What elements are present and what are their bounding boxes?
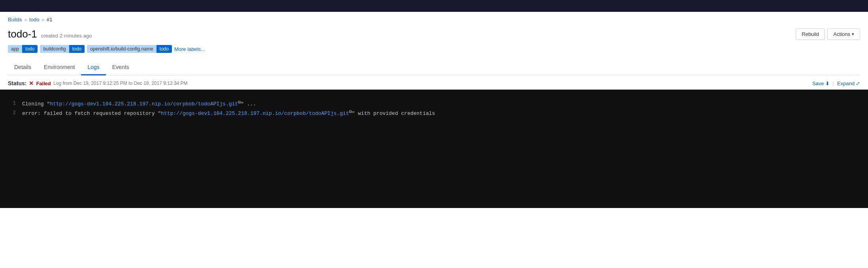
page-subtitle: created 2 minutes ago: [41, 33, 92, 39]
actions-button[interactable]: Actions: [827, 28, 860, 40]
status-label: Status:: [8, 80, 26, 86]
label-openshift: openshift.io/build-config.name todo: [87, 45, 172, 53]
status-bar: Status: ✕ Failed Log from Dec 19, 2017 9…: [8, 75, 860, 90]
tab-events[interactable]: Events: [106, 60, 136, 75]
breadcrumb: Builds » todo » #1: [8, 17, 860, 22]
log-text-1: Cloning "http://gogs-dev1.104.225.218.19…: [22, 99, 256, 109]
rebuild-button[interactable]: Rebuild: [796, 28, 825, 40]
breadcrumb-builds[interactable]: Builds: [8, 17, 22, 22]
log-link-1[interactable]: http://gogs-dev1.104.225.218.197.nip.io/…: [50, 101, 238, 107]
log-line-2: 2 error: failed to fetch requested repos…: [8, 109, 860, 118]
more-labels-link[interactable]: More labels...: [174, 46, 205, 52]
tab-logs[interactable]: Logs: [81, 60, 106, 75]
log-time: Log from Dec 19, 2017 9:12:25 PM to Dec …: [53, 81, 188, 86]
page-wrapper: Builds » todo » #1 todo-1 created 2 minu…: [0, 12, 868, 90]
label-key-buildconfig: buildconfig: [40, 45, 69, 53]
breadcrumb-sep-2: »: [42, 17, 44, 22]
status-failed: Failed: [36, 81, 51, 86]
label-val-openshift: todo: [157, 45, 172, 53]
label-key-app: app: [8, 45, 22, 53]
top-bar: [0, 0, 868, 12]
expand-icon: ⤢: [856, 81, 860, 86]
label-val-app: todo: [22, 45, 38, 53]
breadcrumb-current: #1: [47, 17, 52, 22]
log-terminal: 1 Cloning "http://gogs-dev1.104.225.218.…: [0, 90, 868, 208]
title-row: todo-1 created 2 minutes ago Rebuild Act…: [8, 28, 860, 40]
title-left: todo-1 created 2 minutes ago: [8, 28, 92, 40]
line-num-2: 2: [8, 109, 16, 118]
line-num-1: 1: [8, 99, 16, 109]
title-actions: Rebuild Actions: [796, 28, 860, 40]
status-right: Save ⬇ | Expand ⤢: [812, 81, 860, 86]
save-link[interactable]: Save ⬇: [812, 81, 830, 86]
labels-row: app todo buildconfig todo openshift.io/b…: [8, 45, 860, 53]
log-line-1: 1 Cloning "http://gogs-dev1.104.225.218.…: [8, 99, 860, 109]
page-title: todo-1: [8, 28, 37, 40]
breadcrumb-todo[interactable]: todo: [29, 17, 39, 22]
tab-environment[interactable]: Environment: [38, 60, 81, 75]
log-link-2[interactable]: http://gogs-dev1.104.225.218.197.nip.io/…: [161, 111, 349, 117]
breadcrumb-sep-1: »: [24, 17, 27, 22]
label-app: app todo: [8, 45, 38, 53]
failed-icon: ✕: [29, 80, 34, 86]
label-val-buildconfig: todo: [69, 45, 85, 53]
log-text-2: error: failed to fetch requested reposit…: [22, 109, 435, 118]
expand-link[interactable]: Expand ⤢: [837, 81, 860, 86]
status-left: Status: ✕ Failed Log from Dec 19, 2017 9…: [8, 80, 188, 86]
tab-details[interactable]: Details: [8, 60, 38, 75]
save-icon: ⬇: [825, 81, 830, 86]
external-icon-2: ⧉: [349, 110, 352, 114]
label-key-openshift: openshift.io/build-config.name: [87, 45, 156, 53]
expand-label: Expand: [837, 81, 855, 86]
tabs: Details Environment Logs Events: [8, 60, 860, 75]
save-label: Save: [812, 81, 824, 86]
label-buildconfig: buildconfig todo: [40, 45, 85, 53]
pipe-divider: |: [833, 81, 834, 86]
external-icon-1: ⧉: [238, 100, 241, 105]
